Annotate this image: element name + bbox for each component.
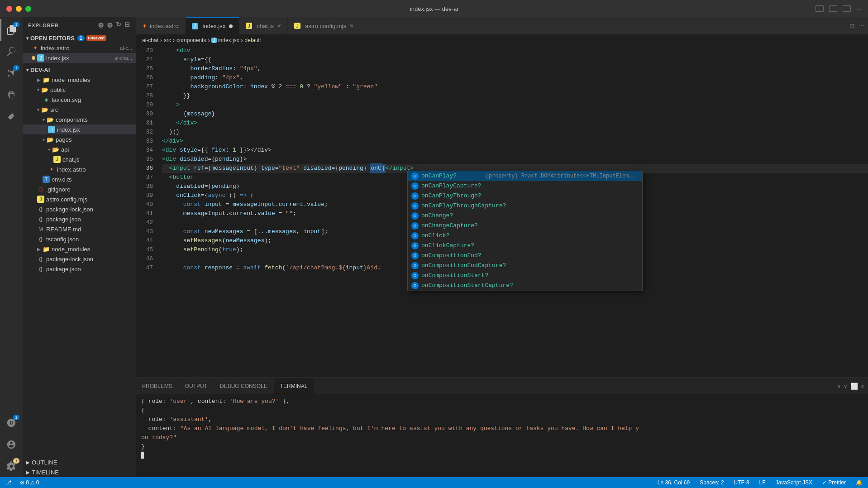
autocomplete-item-10[interactable]: ◎ onCompositionStart? bbox=[408, 271, 642, 281]
pages-folder[interactable]: ▾ 📂 pages bbox=[23, 134, 136, 144]
terminal-content[interactable]: { role: 'user', content: 'How are you?' … bbox=[136, 394, 868, 477]
status-notifications[interactable]: 🔔 bbox=[854, 479, 864, 486]
panel-maximize-icon[interactable]: ⬜ bbox=[850, 383, 858, 390]
api-folder[interactable]: ▾ 📂 api bbox=[23, 144, 136, 154]
astro-config-file[interactable]: J astro.config.mjs bbox=[23, 194, 136, 204]
refresh-icon[interactable]: ↻ bbox=[116, 21, 122, 29]
tab-index-jsx[interactable]: J index.jsx bbox=[186, 17, 240, 34]
status-branch[interactable]: ⎇ bbox=[4, 479, 14, 486]
more-tabs-icon[interactable]: ··· bbox=[858, 22, 864, 30]
autocomplete-item-6[interactable]: ◎ onClick? bbox=[408, 231, 642, 241]
autocomplete-item-8[interactable]: ◎ onCompositionEnd? bbox=[408, 251, 642, 261]
open-editors-chevron: ▾ bbox=[26, 36, 29, 41]
activity-account[interactable] bbox=[0, 434, 22, 455]
readme-file[interactable]: M README.md bbox=[23, 224, 136, 234]
breadcrumb-part-2[interactable]: src bbox=[164, 37, 171, 43]
titlebar-actions[interactable]: ··· bbox=[816, 5, 862, 12]
chat-js-file[interactable]: J chat.js bbox=[23, 154, 136, 164]
tab-index-astro[interactable]: ✦ index.astro bbox=[136, 17, 186, 34]
breadcrumb-part-4[interactable]: index.jsx bbox=[218, 37, 239, 43]
autocomplete-item-11[interactable]: ◎ onCompositionStartCapture? bbox=[408, 281, 642, 291]
autocomplete-item-7[interactable]: ◎ onClickCapture? bbox=[408, 241, 642, 251]
activity-explorer[interactable]: 1 bbox=[0, 19, 22, 41]
status-eol[interactable]: LF bbox=[758, 479, 768, 486]
open-file-index-jsx[interactable]: J index.jsx ai-cha... bbox=[23, 53, 136, 63]
editor-area: ✦ index.astro J index.jsx J chat.js × J … bbox=[136, 17, 868, 477]
autocomplete-item-2[interactable]: ◎ onCanPlayThrough? bbox=[408, 191, 642, 201]
sidebar-header-icons[interactable]: ⊕ ⊕ ↻ ⊟ bbox=[98, 21, 130, 29]
layout-icon[interactable] bbox=[816, 5, 824, 12]
new-file-icon[interactable]: ⊕ bbox=[98, 21, 104, 29]
breadcrumb-part-5[interactable]: default bbox=[245, 37, 261, 43]
tab-chatjs-label: chat.js bbox=[257, 23, 274, 29]
index-astro-file[interactable]: ✦ index.astro bbox=[23, 164, 136, 174]
tab-close-icon[interactable]: × bbox=[277, 22, 281, 29]
autocomplete-item-4[interactable]: ◎ onChange? bbox=[408, 211, 642, 221]
status-formatter[interactable]: ✓ Prettier bbox=[820, 479, 848, 486]
more-icon[interactable]: ··· bbox=[856, 5, 862, 12]
activity-source-control[interactable]: 1 bbox=[0, 62, 22, 84]
svg-point-2 bbox=[8, 70, 10, 72]
activity-debug[interactable] bbox=[0, 84, 22, 106]
status-position[interactable]: Ln 36, Col 69 bbox=[656, 479, 692, 486]
autocomplete-item-0[interactable]: ◎ onCanPlay? (property) React.DOMAttribu… bbox=[408, 171, 642, 181]
package-json-file2[interactable]: {} package.json bbox=[23, 264, 136, 274]
autocomplete-item-1[interactable]: ◎ onCanPlayCapture? bbox=[408, 181, 642, 191]
gitignore-file[interactable]: ⬡ .gitignore bbox=[23, 184, 136, 194]
code-editor[interactable]: 23 24 25 26 27 28 29 30 31 32 33 34 35 3… bbox=[136, 46, 868, 378]
node-modules-folder[interactable]: ▶ 📁 node_modules bbox=[23, 75, 136, 85]
autocomplete-item-3[interactable]: ◎ onCanPlayThroughCapture? bbox=[408, 201, 642, 211]
minimize-button[interactable] bbox=[16, 6, 22, 12]
tab-actions[interactable]: ⊡ ··· bbox=[846, 17, 868, 34]
split-editor-icon[interactable]: ⊡ bbox=[849, 22, 855, 29]
outline-section[interactable]: ▶ OUTLINE bbox=[23, 457, 136, 467]
timeline-section[interactable]: ▶ TIMELINE bbox=[23, 467, 136, 477]
panel-tab-problems[interactable]: PROBLEMS bbox=[136, 378, 179, 394]
env-dts-file[interactable]: T env.d.ts bbox=[23, 174, 136, 184]
panel-chevron-up[interactable]: ∧ bbox=[837, 383, 841, 389]
autocomplete-dropdown[interactable]: ◎ onCanPlay? (property) React.DOMAttribu… bbox=[407, 171, 643, 291]
package-lock-file[interactable]: {} package-lock.json bbox=[23, 204, 136, 214]
breadcrumb-part-3[interactable]: components bbox=[176, 37, 206, 43]
close-button[interactable] bbox=[6, 6, 12, 12]
breadcrumb-part-1[interactable]: ai-chat bbox=[142, 37, 158, 43]
src-folder[interactable]: ▾ 📂 src bbox=[23, 105, 136, 115]
new-folder-icon[interactable]: ⊕ bbox=[107, 21, 113, 29]
components-folder[interactable]: ▾ 📂 components bbox=[23, 115, 136, 124]
tsconfig-file[interactable]: {} tsconfig.json bbox=[23, 234, 136, 244]
window-controls[interactable] bbox=[6, 6, 31, 12]
tab-close-icon2[interactable]: × bbox=[350, 22, 353, 29]
autocomplete-item-5[interactable]: ◎ onChangeCapture? bbox=[408, 221, 642, 231]
panel-actions[interactable]: ∧ ∨ ⬜ × bbox=[833, 378, 868, 394]
tab-chat-js[interactable]: J chat.js × bbox=[239, 17, 288, 34]
package-json-file[interactable]: {} package.json bbox=[23, 214, 136, 224]
status-language[interactable]: JavaScript JSX bbox=[774, 479, 814, 486]
titlebar: index.jsx — dev-ai ··· bbox=[0, 0, 868, 17]
open-file-index-astro[interactable]: ✦ index.astro ai-c... bbox=[23, 43, 136, 53]
panel-chevron-down[interactable]: ∨ bbox=[844, 383, 848, 389]
panel-tab-terminal[interactable]: TERMINAL bbox=[274, 378, 314, 394]
favicon-svg-file[interactable]: ◈ favicon.svg bbox=[23, 95, 136, 105]
open-editors-header[interactable]: ▾ OPEN EDITORS 1 unsaved bbox=[23, 33, 136, 43]
package-lock-file2[interactable]: {} package-lock.json bbox=[23, 254, 136, 264]
status-spaces[interactable]: Spaces: 2 bbox=[698, 479, 725, 486]
tab-astro-config[interactable]: J astro.config.mjs × bbox=[288, 17, 360, 34]
panel-tab-output[interactable]: OUTPUT bbox=[179, 378, 214, 394]
activity-search[interactable] bbox=[0, 41, 22, 62]
activity-remote[interactable]: 1 bbox=[0, 412, 22, 434]
grid-icon[interactable] bbox=[843, 5, 851, 12]
autocomplete-item-9[interactable]: ◎ onCompositionEndCapture? bbox=[408, 261, 642, 271]
panel-tab-debug[interactable]: DEBUG CONSOLE bbox=[214, 378, 274, 394]
index-jsx-file[interactable]: J index.jsx bbox=[23, 124, 136, 134]
dev-ai-header[interactable]: ▾ DEV-AI bbox=[23, 65, 136, 75]
node-modules-folder2[interactable]: ▶ 📁 node_modules bbox=[23, 244, 136, 254]
activity-extensions[interactable] bbox=[0, 106, 22, 128]
fullscreen-button[interactable] bbox=[25, 6, 31, 12]
split-icon[interactable] bbox=[829, 5, 837, 12]
activity-settings[interactable]: 1 bbox=[0, 455, 22, 477]
status-errors[interactable]: ⊗ 0 △ 0 bbox=[18, 479, 41, 486]
collapse-icon[interactable]: ⊟ bbox=[124, 21, 130, 29]
status-encoding[interactable]: UTF-8 bbox=[732, 479, 751, 486]
public-folder[interactable]: ▾ 📂 public bbox=[23, 85, 136, 95]
panel-close-icon[interactable]: × bbox=[861, 383, 864, 390]
